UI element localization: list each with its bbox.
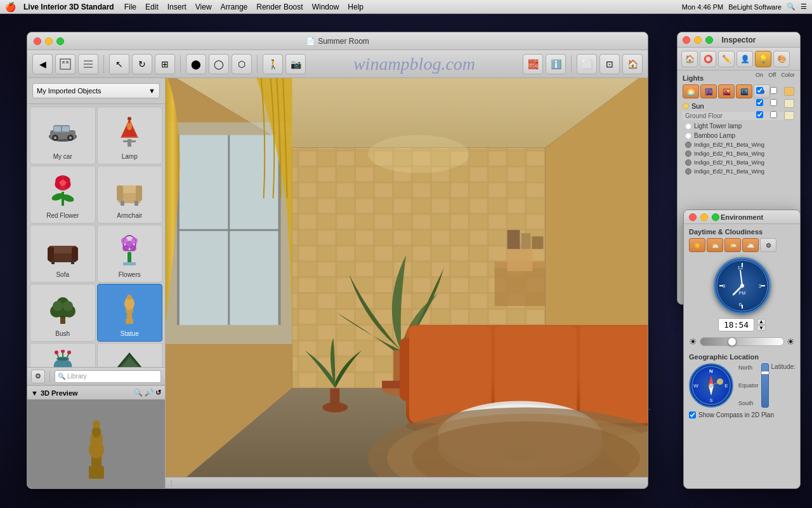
sun-off-checkbox[interactable] — [770, 87, 777, 94]
inspector-max-btn[interactable] — [705, 36, 713, 44]
geo-section: Geographic Location N S W E — [684, 351, 800, 421]
time-down-btn[interactable]: ▼ — [757, 325, 766, 331]
lamp1-color-swatch[interactable] — [784, 99, 794, 108]
time-up-btn[interactable]: ▲ — [757, 319, 766, 324]
env-close-btn[interactable] — [689, 213, 697, 221]
object-item-sofa[interactable]: Sofa — [30, 225, 96, 283]
apple-menu[interactable]: 🍎 — [5, 2, 16, 12]
light-item-2[interactable]: Indigo_Ed2_R1_Beta_Wing — [683, 140, 795, 149]
close-button[interactable] — [34, 37, 41, 45]
lamp1-off-checkbox[interactable] — [770, 99, 777, 106]
menu-window[interactable]: Window — [312, 3, 339, 11]
brightness-thumb[interactable] — [728, 337, 737, 346]
env-titlebar: Environment — [684, 210, 800, 224]
time-btn-4[interactable]: ⚙ — [760, 238, 776, 252]
inspector-btn-home[interactable]: 🏠 — [681, 51, 698, 67]
env-title: Environment — [721, 213, 763, 221]
time-btn-1[interactable]: ⛅ — [707, 238, 723, 252]
inspector-btn-edit[interactable]: ✏️ — [718, 51, 735, 67]
light-item-5[interactable]: Indigo_Ed2_R1_Beta_Wing — [683, 167, 795, 176]
toolbar-person[interactable]: 🚶 — [263, 54, 283, 74]
object-label-statue: Statue — [121, 330, 139, 337]
light-item-1[interactable]: Bamboo Lamp — [683, 131, 795, 140]
time-btn-0[interactable]: ☀️ — [689, 238, 705, 252]
panel-settings-btn[interactable]: ⚙ — [31, 370, 45, 384]
menu-file[interactable]: File — [124, 3, 136, 11]
menu-help[interactable]: Help — [348, 3, 363, 11]
light-item-3[interactable]: Indigo_Ed2_R1_Beta_Wing — [683, 149, 795, 158]
light-item-4[interactable]: Indigo_Ed2_R1_Beta_Wing — [683, 158, 795, 167]
latitude-slider[interactable] — [761, 363, 769, 408]
toolbar-info[interactable]: ℹ️ — [546, 54, 566, 74]
inspector-btn-person[interactable]: 👤 — [737, 51, 753, 67]
minimize-button[interactable] — [45, 37, 53, 45]
svg-rect-43 — [123, 262, 136, 265]
menu-list-icon[interactable]: ☰ — [801, 3, 807, 11]
menu-render[interactable]: Render Boost — [256, 3, 303, 11]
refresh-btn[interactable]: ↺ — [155, 389, 161, 397]
toolbar-house[interactable]: 🏠 — [622, 54, 643, 74]
toolbar-circle[interactable]: ◯ — [209, 54, 229, 74]
toolbar-back[interactable]: ◀ — [32, 54, 53, 74]
toolbar-draw[interactable]: ⬤ — [186, 54, 206, 74]
sun-color-swatch[interactable] — [784, 87, 794, 96]
menu-search-icon[interactable]: 🔍 — [787, 3, 796, 11]
menu-view[interactable]: View — [195, 3, 212, 11]
object-item-statue[interactable]: Statue — [97, 284, 163, 342]
zoom-in-btn[interactable]: 🔍 — [134, 389, 143, 397]
lamp2-off-checkbox[interactable] — [770, 111, 777, 118]
brightness-slider[interactable] — [700, 337, 784, 346]
toolbar-cursor[interactable]: ↖ — [109, 54, 129, 74]
light-btn-night[interactable]: 🌃 — [736, 84, 752, 98]
latitude-thumb[interactable] — [761, 371, 769, 375]
light-dot-2 — [685, 142, 691, 148]
lamp2-on-checkbox[interactable] — [756, 111, 763, 118]
preview-header[interactable]: ▼ 3D Preview 🔍 🔎 ↺ — [27, 385, 165, 399]
object-item-flowers[interactable]: Flowers — [97, 225, 163, 283]
toolbar-view1[interactable]: ⬜ — [577, 54, 597, 74]
lamp1-on-checkbox[interactable] — [756, 99, 763, 106]
main-viewport[interactable]: ⋮ — [166, 78, 648, 488]
time-btn-3[interactable]: 🌥️ — [742, 238, 759, 252]
time-stepper[interactable]: ▲ ▼ — [757, 319, 766, 331]
env-min-btn[interactable] — [700, 213, 708, 221]
toolbar-grid[interactable]: ⊞ — [155, 54, 175, 74]
object-item-armchair[interactable]: Armchair — [97, 166, 163, 224]
toolbar-2d[interactable] — [55, 54, 75, 74]
object-item-great-tree[interactable]: Great Tree — [97, 343, 163, 367]
toolbar-obj1[interactable]: 🧱 — [523, 54, 543, 74]
light-btn-day[interactable]: 🌆 — [700, 84, 717, 98]
toolbar-list[interactable] — [78, 54, 98, 74]
inspector-btn-circle[interactable]: ⭕ — [700, 51, 716, 67]
menu-insert[interactable]: Insert — [167, 3, 187, 11]
on-off-header-area: On Off Color — [753, 72, 797, 123]
maximize-button[interactable] — [56, 37, 64, 45]
zoom-out-btn[interactable]: 🔎 — [145, 389, 154, 397]
env-max-btn[interactable] — [712, 213, 719, 221]
light-btn-afternoon[interactable]: 🌇 — [718, 84, 735, 98]
light-btn-dawn[interactable]: 🌅 — [683, 84, 699, 98]
inspector-btn-light[interactable]: 💡 — [755, 51, 771, 67]
toolbar-shape[interactable]: ⬡ — [232, 54, 252, 74]
show-compass-checkbox[interactable] — [689, 411, 696, 418]
menu-edit[interactable]: Edit — [145, 3, 159, 11]
inspector-btn-color[interactable]: 🎨 — [773, 51, 790, 67]
toolbar-camera[interactable]: 📷 — [285, 54, 306, 74]
inspector-min-btn[interactable] — [694, 36, 702, 44]
object-item-lamp[interactable]: Lamp — [97, 107, 163, 164]
time-btn-2[interactable]: 🌤️ — [724, 238, 741, 252]
inspector-close-btn[interactable] — [683, 36, 690, 44]
objects-dropdown[interactable]: My Imported Objects ▼ — [32, 83, 160, 98]
light-dot-5 — [685, 168, 691, 175]
toolbar-rotate[interactable]: ↻ — [132, 54, 152, 74]
sun-on-checkbox[interactable] — [756, 87, 763, 94]
inspector-titlebar: Inspector — [678, 32, 800, 48]
toolbar-view2[interactable]: ⊡ — [599, 54, 620, 74]
menu-arrange[interactable]: Arrange — [221, 3, 248, 11]
object-item-vase[interactable]: Vase — [30, 343, 96, 367]
object-item-red-flower[interactable]: Red Flower — [30, 166, 96, 224]
app-name[interactable]: Live Interior 3D Standard — [23, 3, 114, 11]
lamp2-color-swatch[interactable] — [784, 111, 794, 120]
object-item-my-car[interactable]: My car — [30, 107, 96, 164]
object-item-bush[interactable]: Bush — [30, 284, 96, 342]
